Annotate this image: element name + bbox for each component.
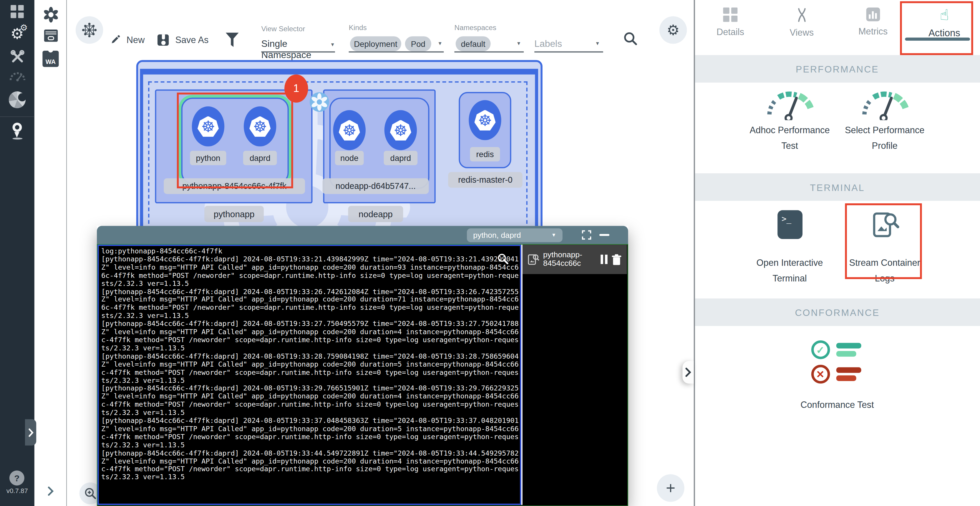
chevron-down-icon[interactable]: ▼ bbox=[595, 41, 600, 46]
new-button[interactable]: New bbox=[110, 34, 145, 45]
cross-circle-icon: ✕ bbox=[811, 365, 830, 384]
chevron-down-icon: ▼ bbox=[330, 42, 335, 48]
add-button[interactable]: + bbox=[657, 474, 684, 501]
section-band-conformance: CONFORMANCE bbox=[695, 298, 980, 326]
section-band-terminal: TERMINAL bbox=[695, 173, 980, 201]
tab-details[interactable]: Details bbox=[695, 0, 766, 55]
action-adhoc-performance-test[interactable]: Adhoc Performance Test bbox=[736, 89, 843, 154]
session-pane: pythonapp- 8454cc66c bbox=[523, 244, 627, 505]
left-sidebar: ⚙ ⚙ bbox=[0, 0, 35, 506]
stream-logs-icon bbox=[528, 253, 539, 266]
session-row[interactable]: pythonapp- 8454cc66c bbox=[523, 244, 627, 274]
mesh-network-icon bbox=[81, 22, 97, 38]
labels-placeholder: Labels bbox=[534, 38, 562, 49]
sidebar-expand-button[interactable] bbox=[25, 419, 36, 445]
log-terminal-window: python, daprd ▼ log:pythonapp-8454cc66c-… bbox=[97, 226, 628, 506]
tab-label: Details bbox=[716, 27, 744, 37]
pass-bar-icon bbox=[836, 343, 861, 348]
kind-chip-pod[interactable]: Pod bbox=[405, 36, 431, 51]
action-select-performance-profile[interactable]: Select Performance Profile bbox=[831, 89, 939, 154]
session-name: pythonapp- 8454cc66c bbox=[543, 251, 582, 268]
view-selector-label: View Selector bbox=[261, 25, 305, 32]
section-title: CONFORMANCE bbox=[795, 307, 880, 318]
save-icon bbox=[158, 34, 169, 45]
magnifier-plus-icon bbox=[84, 487, 97, 500]
save-as-button-label: Save As bbox=[175, 35, 208, 45]
kinds-label: Kinds bbox=[349, 24, 367, 31]
sidebar-item-toolbox[interactable] bbox=[0, 49, 35, 65]
container-selector-dropdown[interactable]: python, daprd ▼ bbox=[467, 228, 563, 242]
mesh-sync-button[interactable] bbox=[76, 16, 103, 44]
help-button[interactable]: ? bbox=[10, 471, 24, 486]
dapr-sidecar-icon bbox=[309, 91, 330, 115]
container-label-redis: redis bbox=[470, 147, 500, 161]
wa-logo-icon: WA bbox=[42, 51, 59, 67]
labels-input[interactable]: Labels bbox=[534, 38, 562, 49]
kubernetes-icon: ☸ bbox=[474, 110, 495, 131]
kind-chip-label: Deployment bbox=[354, 39, 397, 49]
fail-bar-icon bbox=[836, 367, 861, 373]
chevron-right-icon bbox=[685, 367, 691, 377]
container-selector-value: python, daprd bbox=[473, 230, 521, 239]
chevron-down-icon[interactable]: ▼ bbox=[516, 41, 521, 46]
magnifier-cursor-icon bbox=[498, 254, 509, 265]
container-redis[interactable]: ☸ bbox=[469, 100, 501, 140]
question-mark-icon: ? bbox=[14, 473, 19, 483]
sidebar-item-dashboard[interactable] bbox=[0, 5, 35, 18]
save-as-button[interactable]: Save As bbox=[158, 34, 208, 46]
terminal-header[interactable]: python, daprd ▼ bbox=[97, 226, 628, 244]
terminal-prompt-icon: >_ bbox=[777, 210, 802, 239]
view-selector-underline bbox=[261, 51, 335, 52]
chevron-down-icon[interactable]: ▼ bbox=[438, 41, 442, 46]
pause-icon[interactable] bbox=[601, 255, 607, 264]
details-grid-icon bbox=[723, 7, 737, 22]
view-selector-dropdown[interactable]: Single Namespace ▼ bbox=[261, 38, 335, 61]
action-label: Open Interactive bbox=[736, 255, 843, 271]
inbox-app-button[interactable] bbox=[35, 28, 67, 43]
dapr-app-button[interactable] bbox=[35, 6, 67, 24]
sidebar-item-performance[interactable] bbox=[0, 70, 35, 81]
container-node[interactable]: ☸ bbox=[333, 110, 366, 150]
annotation-badge-1: 1 bbox=[284, 75, 308, 103]
new-button-label: New bbox=[127, 35, 145, 45]
fullscreen-icon[interactable] bbox=[582, 230, 592, 239]
kind-chip-deployment[interactable]: Deployment bbox=[350, 36, 401, 51]
action-label: Profile bbox=[831, 138, 939, 154]
container-daprd-node[interactable]: ☸ bbox=[385, 110, 417, 150]
action-open-interactive-terminal[interactable]: >_ Open Interactive Terminal bbox=[736, 210, 843, 286]
section-title: PERFORMANCE bbox=[796, 63, 879, 74]
tab-metrics[interactable]: Metrics bbox=[837, 0, 908, 55]
namespace-chip-default[interactable]: default bbox=[456, 36, 491, 51]
secondary-expand-button[interactable] bbox=[35, 486, 67, 497]
panel-divider[interactable] bbox=[694, 0, 695, 506]
minimize-icon[interactable] bbox=[599, 234, 609, 236]
filter-funnel-icon[interactable] bbox=[226, 32, 239, 47]
views-icon bbox=[794, 7, 809, 22]
wasm-app-button[interactable]: WA bbox=[35, 51, 67, 67]
metrics-bars-icon bbox=[866, 7, 880, 21]
tools-icon bbox=[9, 49, 25, 65]
settings-button[interactable]: ⚙ bbox=[659, 16, 687, 44]
container-label-node: node bbox=[335, 151, 364, 165]
archive-box-icon bbox=[42, 28, 59, 43]
action-label: Select Performance bbox=[831, 123, 939, 138]
panel-collapse-button[interactable] bbox=[682, 361, 694, 383]
namespaces-underline bbox=[454, 51, 524, 52]
gauge-icon bbox=[858, 89, 911, 120]
sidebar-item-meshery[interactable] bbox=[0, 91, 35, 108]
log-pane[interactable]: log:pythonapp-8454cc66c-4f7fk[pythonapp-… bbox=[97, 244, 521, 505]
app-root: ⚙ ⚙ bbox=[0, 0, 980, 506]
sidebar-item-lifecycle[interactable]: ⚙ ⚙ bbox=[0, 25, 35, 42]
sidebar-item-kanvas[interactable] bbox=[0, 123, 35, 142]
namespace-chip-label: default bbox=[461, 39, 485, 49]
sidebar-divider bbox=[0, 117, 35, 117]
tab-views[interactable]: Views bbox=[766, 0, 837, 55]
annotation-rect-3 bbox=[845, 203, 921, 279]
container-label-daprd: daprd bbox=[384, 151, 418, 165]
right-panel: Details Views Metrics bbox=[695, 0, 980, 506]
trash-icon[interactable] bbox=[611, 254, 622, 265]
tab-label: Metrics bbox=[858, 26, 888, 36]
search-button[interactable] bbox=[623, 31, 638, 49]
kinds-underline bbox=[349, 51, 444, 52]
secondary-sidebar bbox=[35, 0, 67, 506]
